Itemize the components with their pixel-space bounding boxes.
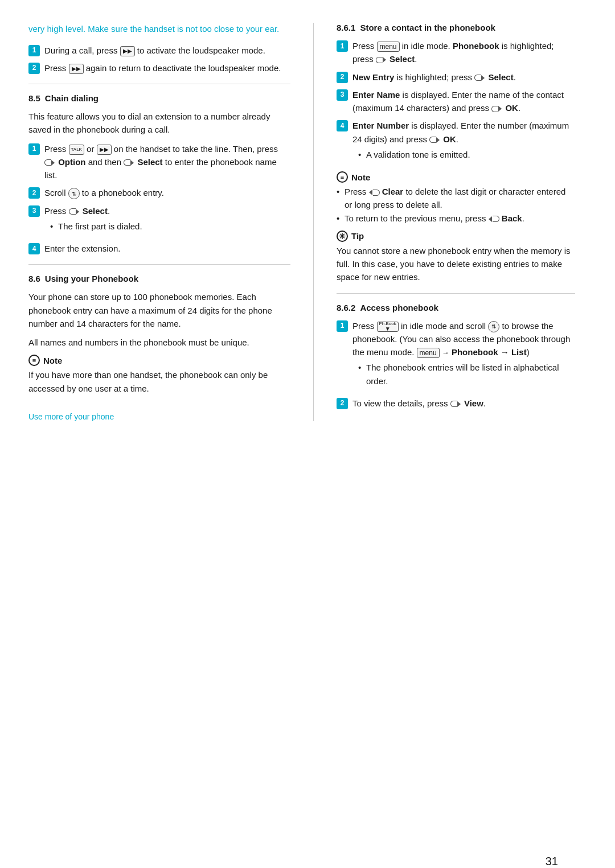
step-content: Enter Name is displayed. Enter the name … <box>352 88 575 115</box>
step-badge: 1 <box>337 320 348 332</box>
tip-label: Tip <box>351 231 364 241</box>
list-item: 4 Enter the extension. <box>28 242 290 255</box>
bullet-item: To return to the previous menu, press Ba… <box>337 212 575 225</box>
list-item: 2 Press ▶▶ again to return to deactivate… <box>28 61 290 75</box>
divider <box>337 293 575 294</box>
scroll-key: ⇅ <box>68 188 80 199</box>
note-label: Note <box>43 356 62 365</box>
section-8-6-header: 8.6 Using your Phonebook <box>28 274 290 287</box>
step-badge: 3 <box>337 89 348 101</box>
talk-key: TALK <box>69 145 84 155</box>
list-item: 1 During a call, press ▶▶ to activate th… <box>28 44 290 57</box>
note-icon: ≡ <box>337 171 348 183</box>
divider <box>28 84 290 84</box>
list-item: 1 Press menu in idle mode. Phonebook is … <box>337 39 575 66</box>
step-badge: 1 <box>28 45 40 56</box>
note-title: ≡ Note <box>28 355 290 366</box>
section-8-6-2-header: 8.6.2 Access phonebook <box>337 303 575 316</box>
phbook-key: Ph.Book▼ <box>377 322 399 332</box>
page-container: very high level. Make sure the handset i… <box>28 23 587 421</box>
step-badge: 2 <box>337 72 348 83</box>
section-desc: This feature allows you to dial an exten… <box>28 110 290 137</box>
section-desc-1: Your phone can store up to 100 phonebook… <box>28 290 290 330</box>
step-content: Enter Number is displayed. Enter the num… <box>352 119 575 166</box>
step-content: Press ▶▶ again to return to deactivate t… <box>44 61 290 75</box>
step-content: Scroll ⇅ to a phonebook entry. <box>44 186 290 199</box>
section-number: 8.6 <box>28 274 40 283</box>
step-content: New Entry is highlighted; press Select. <box>352 71 575 84</box>
list-item: 1 Press TALK or ▶▶ on the handset to tak… <box>28 142 290 182</box>
section-title: Access phonebook <box>360 303 438 312</box>
step-content: Press Ph.Book▼ in idle mode and scroll ⇅… <box>352 319 575 392</box>
note-title: ≡ Note <box>337 171 575 183</box>
list-item: 3 Enter Name is displayed. Enter the nam… <box>337 88 575 115</box>
list-item: 2 To view the details, press View. <box>337 397 575 410</box>
bullet-item: The first part is dialed. <box>50 220 290 233</box>
step-content: To view the details, press View. <box>352 397 575 410</box>
list-item: 3 Press Select. The first part is dialed… <box>28 204 290 238</box>
step-badge: 2 <box>337 398 348 409</box>
section-title: Using your Phonebook <box>45 274 138 283</box>
step-badge: 2 <box>28 63 40 74</box>
step-content: Enter the extension. <box>44 242 290 255</box>
step-content: Press TALK or ▶▶ on the handset to take … <box>44 142 290 182</box>
section-number: 8.5 <box>28 93 40 103</box>
tip-title: ✳ Tip <box>337 231 575 242</box>
tip-text: You cannot store a new phonebook entry w… <box>337 244 575 284</box>
section-number: 8.6.2 <box>337 303 355 312</box>
section-title: Chain dialing <box>45 93 99 103</box>
speaker-key: ▶▶ <box>69 64 84 74</box>
note-box-8-6-1: ≡ Note Press Clear to delete the last di… <box>337 171 575 225</box>
col-left: very high level. Make sure the handset i… <box>28 23 290 421</box>
list-item: 4 Enter Number is displayed. Enter the n… <box>337 119 575 166</box>
access-phonebook-steps: 1 Press Ph.Book▼ in idle mode and scroll… <box>337 319 575 410</box>
highlight-text: very high level. Make sure the handset i… <box>28 23 290 36</box>
speaker-key-2: ▶▶ <box>97 145 112 155</box>
tip-icon: ✳ <box>337 231 348 242</box>
bullet-item: Press Clear to delete the last digit or … <box>337 185 575 212</box>
footer-text: Use more of your phone <box>28 412 290 421</box>
menu-key-2: menu <box>417 348 440 358</box>
note-text: If you have more than one handset, the p… <box>28 368 290 395</box>
page-wrapper: very high level. Make sure the handset i… <box>28 23 587 868</box>
step-badge: 4 <box>337 120 348 131</box>
page-number: 31 <box>546 855 558 868</box>
list-item: 1 Press Ph.Book▼ in idle mode and scroll… <box>337 319 575 392</box>
section-number: 8.6.1 <box>337 23 355 32</box>
step-badge: 1 <box>337 40 348 52</box>
step-content: Press Select. The first part is dialed. <box>44 204 290 238</box>
sub-bullets: The phonebook entries will be listed in … <box>358 361 575 388</box>
section-desc-2: All names and numbers in the phonebook m… <box>28 336 290 349</box>
step-content: During a call, press ▶▶ to activate the … <box>44 44 290 57</box>
menu-key: menu <box>377 42 400 52</box>
speaker-steps-list: 1 During a call, press ▶▶ to activate th… <box>28 44 290 75</box>
sub-bullets: The first part is dialed. <box>50 220 290 233</box>
scroll-key-2: ⇅ <box>488 321 499 332</box>
col-right: 8.6.1 Store a contact in the phonebook 1… <box>313 23 575 421</box>
store-contact-steps: 1 Press menu in idle mode. Phonebook is … <box>337 39 575 166</box>
step-badge: 1 <box>28 143 40 155</box>
step-content: Press menu in idle mode. Phonebook is hi… <box>352 39 575 66</box>
list-item: 2 Scroll ⇅ to a phonebook entry. <box>28 186 290 199</box>
step-badge: 2 <box>28 187 40 199</box>
section-title: Store a contact in the phonebook <box>360 23 495 32</box>
bullet-item: The phonebook entries will be listed in … <box>358 361 575 388</box>
bullet-item: A validation tone is emitted. <box>358 148 575 161</box>
list-item: 2 New Entry is highlighted; press Select… <box>337 71 575 84</box>
note-box: ≡ Note If you have more than one handset… <box>28 355 290 395</box>
tip-box: ✳ Tip You cannot store a new phonebook e… <box>337 231 575 284</box>
divider <box>28 264 290 265</box>
step-badge: 4 <box>28 243 40 254</box>
section-8-5-header: 8.5 Chain dialing <box>28 93 290 106</box>
section-8-6-1-header: 8.6.1 Store a contact in the phonebook <box>337 23 575 36</box>
note-icon: ≡ <box>28 355 40 366</box>
chain-dialing-steps: 1 Press TALK or ▶▶ on the handset to tak… <box>28 142 290 256</box>
step-badge: 3 <box>28 205 40 217</box>
note-bullets: Press Clear to delete the last digit or … <box>337 185 575 225</box>
speaker-key: ▶▶ <box>120 46 135 56</box>
note-label: Note <box>351 172 370 182</box>
sub-bullets: A validation tone is emitted. <box>358 148 575 161</box>
